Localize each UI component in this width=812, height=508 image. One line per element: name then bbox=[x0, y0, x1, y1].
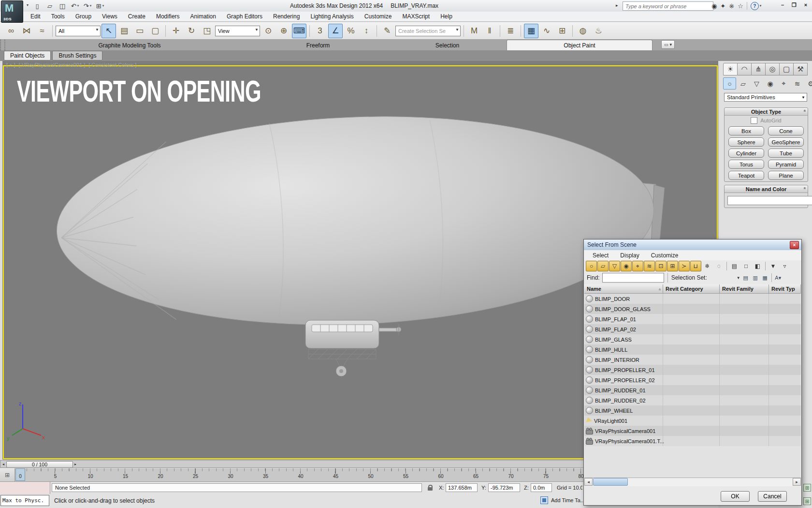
column-header-name[interactable]: Name▵ bbox=[584, 284, 663, 294]
ribbon-subtab-paint-objects[interactable]: Paint Objects bbox=[4, 51, 51, 60]
list-item[interactable]: BLIMP_RUDDER_01 bbox=[584, 385, 801, 395]
project-folder-button[interactable]: ⊞▾ bbox=[95, 0, 105, 11]
display-groups-icon[interactable]: ⊡ bbox=[655, 261, 667, 271]
coord-x-field[interactable]: 137.658m bbox=[446, 483, 478, 492]
list-item[interactable]: BLIMP_DOOR_GLASS bbox=[584, 304, 801, 314]
new-file-button[interactable]: ▯ bbox=[32, 0, 43, 11]
select-and-manipulate-icon[interactable]: ⊕ bbox=[276, 24, 291, 38]
list-item[interactable]: BLIMP_HULL bbox=[584, 344, 801, 355]
select-and-scale-icon[interactable]: ◳ bbox=[200, 24, 214, 38]
menu-maxscript[interactable]: MAXScript bbox=[397, 12, 435, 21]
create-tab[interactable]: ☀ bbox=[723, 63, 738, 75]
primitives-dropdown[interactable]: Standard Primitives ▼ bbox=[724, 93, 807, 102]
display-all-icon[interactable]: ▤ bbox=[729, 261, 740, 271]
ribbon-overflow-button[interactable]: ▭▾ bbox=[661, 40, 675, 49]
menu-group[interactable]: Group bbox=[70, 12, 97, 21]
ribbon-tab-freeform[interactable]: Freeform bbox=[248, 40, 388, 50]
menu-help[interactable]: Help bbox=[435, 12, 458, 21]
list-item[interactable]: BLIMP_INTERIOR bbox=[584, 355, 801, 365]
dialog-menu-display[interactable]: Display bbox=[614, 252, 645, 259]
cone-button[interactable]: Cone bbox=[768, 126, 804, 135]
ribbon-drag-handle[interactable] bbox=[0, 40, 5, 50]
display-containers-icon[interactable]: ⊔ bbox=[690, 261, 701, 271]
window-crossing-icon[interactable]: ▢ bbox=[148, 24, 162, 38]
scrollbar-thumb[interactable] bbox=[593, 478, 628, 486]
motion-tab[interactable]: ◎ bbox=[766, 63, 780, 75]
curve-editor-icon[interactable]: ∿ bbox=[539, 24, 554, 38]
menu-edit[interactable]: Edit bbox=[25, 12, 46, 21]
tube-button[interactable]: Tube bbox=[768, 149, 804, 158]
find-input[interactable] bbox=[602, 273, 664, 283]
percent-snap-toggle-icon[interactable]: % bbox=[344, 24, 358, 38]
helpers-category-icon[interactable]: ⌖ bbox=[777, 77, 790, 90]
restore-button[interactable]: ❐ bbox=[790, 1, 798, 9]
coord-z-field[interactable]: 0.0m bbox=[531, 483, 552, 492]
select-object-icon[interactable]: ↖ bbox=[102, 24, 116, 38]
ribbon-tab-selection[interactable]: Selection bbox=[388, 40, 507, 50]
modify-tab[interactable]: ◠ bbox=[738, 63, 752, 75]
minimize-button[interactable]: – bbox=[778, 1, 787, 9]
save-file-button[interactable]: ◫ bbox=[57, 0, 68, 11]
layer-manager-icon[interactable]: ≣ bbox=[503, 24, 518, 38]
dialog-menu-select[interactable]: Select bbox=[587, 252, 614, 259]
ok-button[interactable]: OK bbox=[721, 491, 750, 502]
cameras-category-icon[interactable]: ◉ bbox=[764, 77, 777, 90]
list-item[interactable]: BLIMP_WHEEL bbox=[584, 405, 801, 416]
open-mini-curve-editor-button[interactable]: ⊞ bbox=[0, 468, 15, 481]
utilities-tab[interactable]: ⚒ bbox=[794, 63, 808, 75]
select-and-move-icon[interactable]: ✛ bbox=[169, 24, 183, 38]
list-item[interactable]: BLIMP_DOOR bbox=[584, 294, 801, 304]
list-item[interactable]: BLIMP_FLAP_01 bbox=[584, 314, 801, 324]
menu-tools[interactable]: Tools bbox=[46, 12, 70, 21]
material-editor-icon[interactable]: ◍ bbox=[576, 24, 590, 38]
menu-create[interactable]: Create bbox=[123, 12, 151, 21]
spinner-snap-toggle-icon[interactable]: ↕ bbox=[359, 24, 374, 38]
subscription-center-icon[interactable]: ✦ bbox=[720, 2, 725, 10]
infocenter-expand-icon[interactable]: ▸ bbox=[616, 3, 618, 8]
search-icon[interactable]: ◉ bbox=[711, 2, 717, 10]
align-icon[interactable]: ‖ bbox=[482, 24, 497, 38]
display-hidden-icon[interactable]: ◌ bbox=[713, 261, 725, 271]
scroll-left-arrow[interactable]: ◂ bbox=[584, 478, 593, 486]
select-and-rotate-icon[interactable]: ↻ bbox=[184, 24, 199, 38]
ribbon-subtab-brush-settings[interactable]: Brush Settings bbox=[52, 51, 102, 60]
pyramid-button[interactable]: Pyramid bbox=[768, 160, 804, 169]
communication-center-icon[interactable]: ※ bbox=[729, 2, 734, 10]
object-name-input[interactable] bbox=[727, 196, 812, 205]
adaptive-degradation-icon[interactable] bbox=[540, 496, 548, 504]
ribbon-tab-object-paint[interactable]: Object Paint bbox=[507, 40, 652, 50]
plane-button[interactable]: Plane bbox=[768, 171, 804, 180]
list-item[interactable]: BLIMP_PROPELLER_02 bbox=[584, 375, 801, 385]
edit-named-selection-sets-icon[interactable]: ✎ bbox=[380, 24, 394, 38]
macro-recorder-pane[interactable]: Max to Physc. bbox=[0, 495, 49, 506]
add-time-tag[interactable]: Add Time Ta... bbox=[551, 497, 583, 503]
menu-rendering[interactable]: Rendering bbox=[268, 12, 305, 21]
render-setup-icon[interactable]: ♨ bbox=[591, 24, 606, 38]
time-slider-thumb[interactable]: 0 / 100 bbox=[6, 461, 73, 468]
geosphere-button[interactable]: GeoSphere bbox=[768, 137, 804, 147]
viewport-shading-label[interactable]: [ Consistent Colors ] bbox=[88, 62, 136, 68]
create-selection-set-icon[interactable]: ▤ bbox=[741, 273, 751, 282]
torus-button[interactable]: Torus bbox=[728, 160, 764, 169]
dialog-title-bar[interactable]: Select From Scene × bbox=[584, 239, 801, 251]
favorites-icon[interactable]: ☆ bbox=[738, 2, 743, 10]
maxscript-mini-listener[interactable] bbox=[0, 482, 50, 494]
rectangular-selection-region-icon[interactable]: ▭ bbox=[132, 24, 147, 38]
coord-y-field[interactable]: -95.723m bbox=[488, 483, 520, 492]
list-item[interactable]: BLIMP_RUDDER_02 bbox=[584, 395, 801, 405]
maximize-viewport-toggle-icon[interactable]: ⊞ bbox=[803, 497, 811, 505]
previous-frame-arrow[interactable]: ◂ bbox=[1, 461, 6, 467]
cylinder-button[interactable]: Cylinder bbox=[728, 149, 764, 158]
menu-customize[interactable]: Customize bbox=[359, 12, 397, 21]
graphite-ribbon-toggle-icon[interactable]: ▦ bbox=[524, 24, 538, 38]
select-and-link-icon[interactable]: ∞ bbox=[4, 24, 18, 38]
display-invert-icon[interactable]: ◧ bbox=[752, 261, 763, 271]
menu-modifiers[interactable]: Modifiers bbox=[151, 12, 185, 21]
list-item[interactable]: BLIMP_FLAP_02 bbox=[584, 324, 801, 334]
hierarchy-tab[interactable]: ⋔ bbox=[752, 63, 766, 75]
schematic-view-icon[interactable]: ⊞ bbox=[555, 24, 569, 38]
display-bones-icon[interactable]: ≻ bbox=[679, 261, 690, 271]
filter-combinations-icon[interactable]: ▿ bbox=[779, 261, 790, 271]
lights-category-icon[interactable]: ▽ bbox=[750, 77, 763, 90]
display-space-warps-icon[interactable]: ≋ bbox=[644, 261, 655, 271]
